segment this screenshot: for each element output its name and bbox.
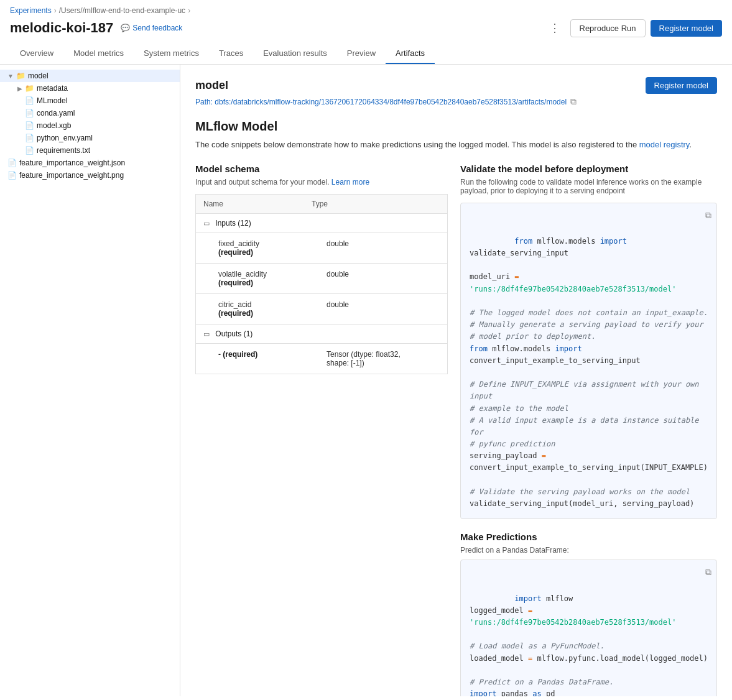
inputs-expand-icon[interactable]: ▭ [203,219,210,227]
schema-table: Name Type ▭ Inputs (12) [195,194,448,374]
reproduce-run-button[interactable]: Reproduce Run [570,19,646,37]
title-row: melodic-koi-187 💬 Send feedback ⋮ Reprod… [10,19,722,37]
pandas-code-block: ⧉ import mlflow logged_model = 'runs:/8d… [460,560,717,696]
artifact-tree: ▼ 📁 model ▶ 📁 metadata 📄 MLmodel 📄 conda… [0,65,180,696]
more-options-button[interactable]: ⋮ [544,19,565,37]
pandas-label: Predict on a Pandas DataFrame: [460,546,717,555]
field-volatile-acidity: volatile_acidity (required) double [196,263,448,293]
learn-more-link[interactable]: Learn more [331,178,369,187]
field-fixed-acidity: fixed_acidity (required) double [196,233,448,263]
outputs-expand-icon[interactable]: ▭ [203,330,210,338]
expand-icon: ▼ [7,73,14,80]
validate-code-block: ⧉ from mlflow.models import validate_ser… [460,203,717,520]
outputs-group-row: ▭ Outputs (1) [196,324,448,343]
col-header-type: Type [304,194,448,213]
mlflow-model-title: MLflow Model [195,119,717,134]
main-content: ▼ 📁 model ▶ 📁 metadata 📄 MLmodel 📄 conda… [0,65,732,696]
two-column-section: Model schema Input and output schema for… [195,163,717,697]
breadcrumb-users: /Users/ [59,6,83,15]
file-icon: 📄 [25,146,34,155]
tab-artifacts[interactable]: Artifacts [386,44,435,64]
breadcrumb-experiments[interactable]: Experiments [10,6,52,15]
output-field: - (required) Tensor (dtype: float32,shap… [196,343,448,374]
tree-item-model[interactable]: ▼ 📁 model [0,70,180,82]
tree-item-feature-png[interactable]: 📄 feature_importance_weight.png [0,169,180,182]
mlflow-model-desc: The code snippets below demonstrate how … [195,139,717,151]
expand-icon: ▶ [17,85,22,92]
tree-item-mlmodel[interactable]: 📄 MLmodel [0,94,180,107]
tab-evaluation-results[interactable]: Evaluation results [253,44,337,64]
col-header-name: Name [196,194,304,213]
artifact-name: model [195,79,228,92]
file-icon: 📄 [25,109,34,117]
tree-item-requirements[interactable]: 📄 requirements.txt [0,144,180,157]
validate-title: Validate the model before deployment [460,163,717,174]
tree-item-conda[interactable]: 📄 conda.yaml [0,107,180,119]
schema-desc: Input and output schema for your model. … [195,178,448,187]
artifact-path: Path: dbfs:/databricks/mlflow-tracking/1… [195,96,717,107]
file-icon: 📄 [25,121,34,130]
schema-title: Model schema [195,163,448,174]
copy-path-icon[interactable]: ⧉ [570,96,577,107]
file-icon: 📄 [25,134,34,142]
schema-section: Model schema Input and output schema for… [195,163,448,697]
page-title: melodic-koi-187 [10,20,113,36]
register-model-artifact-button[interactable]: Register model [646,77,717,94]
send-feedback-button[interactable]: 💬 Send feedback [121,24,182,32]
model-registry-link[interactable]: model registry [639,140,690,149]
validate-desc: Run the following code to validate model… [460,178,717,195]
breadcrumb-run-path: /mlflow-end-to-end-example-uc [83,6,185,15]
tree-item-feature-json[interactable]: 📄 feature_importance_weight.json [0,157,180,169]
field-citric-acid: citric_acid (required) double [196,293,448,324]
register-model-header-button[interactable]: Register model [651,20,722,37]
breadcrumb: Experiments › /Users/ /mlflow-end-to-end… [10,6,722,15]
artifact-content: model Register model Path: dbfs:/databri… [180,65,732,696]
copy-pandas-code-icon[interactable]: ⧉ [705,565,711,579]
tree-item-model-xgb[interactable]: 📄 model.xgb [0,119,180,132]
tab-preview[interactable]: Preview [337,44,386,64]
folder-icon: 📁 [16,71,25,80]
make-predictions-title: Make Predictions [460,532,717,542]
tree-item-python-env[interactable]: 📄 python_env.yaml [0,132,180,144]
tab-system-metrics[interactable]: System metrics [134,44,209,64]
tab-model-metrics[interactable]: Model metrics [63,44,134,64]
validate-section: Validate the model before deployment Run… [460,163,717,697]
folder-icon: 📁 [25,84,34,93]
copy-validate-code-icon[interactable]: ⧉ [705,208,711,222]
tab-overview[interactable]: Overview [10,44,63,64]
inputs-group-row: ▭ Inputs (12) [196,213,448,233]
file-icon: 📄 [7,159,17,167]
file-icon: 📄 [7,171,17,180]
feedback-icon: 💬 [121,24,130,32]
tab-bar: Overview Model metrics System metrics Tr… [10,44,722,64]
tab-traces[interactable]: Traces [209,44,253,64]
file-icon: 📄 [25,96,34,105]
tree-item-metadata[interactable]: ▶ 📁 metadata [0,82,180,94]
